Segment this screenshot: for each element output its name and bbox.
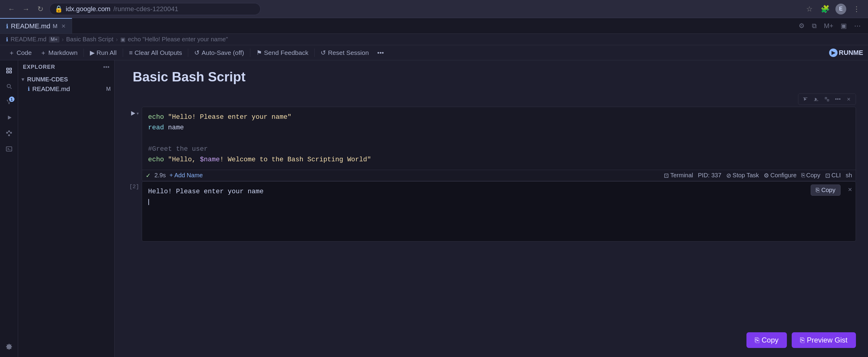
notebook-title: Basic Bash Script	[127, 69, 856, 85]
cell-more-icon[interactable]: •••	[833, 95, 843, 104]
auto-save-icon: ↺	[194, 49, 200, 56]
copy-button[interactable]: ⎘ Copy	[746, 332, 787, 348]
preview-btn-icon: ⎘	[800, 336, 804, 344]
sidebar-section: ▼ RUNME-CDES ℹ README.md M	[18, 73, 114, 95]
terminal-indicator: ⊡ Terminal	[664, 172, 693, 179]
output-area: [2] ⎘ Copy ✕ Hello! Please enter your na…	[127, 181, 856, 241]
split-icon[interactable]: ⧉	[809, 21, 819, 31]
sidebar-section-header[interactable]: ▼ RUNME-CDES	[18, 75, 114, 84]
sidebar-file-readme[interactable]: ℹ README.md M	[19, 84, 113, 94]
reset-session-button[interactable]: ↺ Reset Session	[317, 47, 372, 58]
tab-info-icon: ℹ	[6, 23, 8, 30]
auto-save-button[interactable]: ↺ Auto-Save (off)	[191, 47, 248, 58]
address-bar[interactable]: 🔒 idx.google.com /runme-cdes-1220041	[50, 3, 260, 15]
breadcrumb-file[interactable]: README.md	[10, 36, 46, 43]
code-button[interactable]: ＋ Code	[5, 47, 35, 59]
sh-label: sh	[846, 172, 852, 179]
code-line-4: #Greet the user	[148, 144, 849, 154]
code-block: echo "Hello! Please enter your name" rea…	[142, 107, 856, 181]
stop-task-button[interactable]: ⊘ Stop Task	[726, 172, 759, 179]
url-domain: idx.google.com	[66, 5, 111, 13]
cell-toolbar-right: ⊡ Terminal PID: 337 ⊘ Stop Task	[664, 172, 852, 179]
svg-rect-5	[6, 132, 8, 134]
markdown-label: Markdown	[48, 49, 78, 56]
reset-icon: ↺	[320, 49, 326, 56]
configure-button[interactable]: ⚙ Configure	[764, 172, 797, 179]
layout-icon[interactable]: ▣	[838, 21, 849, 31]
output-copy-button[interactable]: ⎘ Copy	[811, 185, 841, 196]
cell-copy-label: Copy	[806, 172, 820, 179]
clear-icon: ≡	[129, 49, 133, 56]
plus-code-icon: ＋	[8, 48, 15, 57]
add-name-button[interactable]: + Add Name	[169, 172, 203, 179]
tab-list: ℹ README.md M ✕	[0, 18, 72, 33]
output-line-number: [2]	[129, 184, 139, 190]
chrome-menu-button[interactable]: ⋮	[851, 4, 862, 14]
send-feedback-button[interactable]: ⚑ Send Feedback	[253, 47, 312, 58]
tab-bar-actions: ⚙ ⧉ M+ ▣ ⋯	[796, 21, 868, 31]
toolbar-more-button[interactable]: •••	[374, 47, 388, 58]
cell-gutter: ▾ echo "Hello! Please enter your name" r…	[127, 107, 856, 181]
activity-extensions[interactable]	[2, 127, 16, 140]
terminal-icon-small: ⊡	[664, 172, 669, 179]
output-gutter: [2]	[127, 181, 142, 241]
preview-gist-button[interactable]: ⎘ Preview Gist	[792, 332, 856, 348]
sidebar-more-button[interactable]: •••	[103, 64, 110, 70]
toolbar-sep-3	[188, 48, 188, 57]
sh-indicator: sh	[846, 172, 852, 179]
activity-terminal[interactable]	[2, 142, 16, 156]
plus-md-icon: ＋	[40, 48, 46, 57]
file-info-icon: ℹ	[28, 86, 30, 92]
svg-point-2	[8, 103, 10, 104]
cell-delete-icon[interactable]	[843, 95, 854, 104]
add-name-label: + Add Name	[169, 172, 203, 179]
breadcrumb-section[interactable]: Basic Bash Script	[66, 36, 114, 43]
run-all-button[interactable]: ▶ Run All	[86, 47, 120, 58]
extensions-icon[interactable]: 🧩	[820, 4, 831, 14]
sidebar-modified-badge: M	[106, 86, 111, 92]
activity-explorer[interactable]	[2, 64, 16, 77]
cli-label: CLI	[832, 172, 841, 179]
activity-settings[interactable]	[2, 340, 16, 353]
source-control-badge: 1	[9, 96, 14, 102]
activity-source-control[interactable]: 1	[2, 95, 16, 108]
tab-close-button[interactable]: ✕	[61, 23, 66, 30]
user-avatar[interactable]: E	[835, 4, 846, 14]
toolbar-sep-5	[314, 48, 315, 57]
sidebar-title: EXPLORER	[23, 64, 55, 70]
configure-icon: ⚙	[764, 172, 769, 179]
svg-rect-14	[827, 99, 829, 101]
toolbar-right: ▶ RUNME	[829, 48, 863, 57]
activity-bar: 1	[0, 60, 18, 357]
clear-outputs-button[interactable]: ≡ Clear All Outputs	[125, 47, 186, 58]
activity-search[interactable]	[2, 79, 16, 93]
expand-icon[interactable]	[822, 95, 832, 104]
toolbar-sep-2	[123, 48, 123, 57]
more-icon[interactable]: ⋯	[852, 21, 863, 31]
ide-container: ℹ README.md M ✕ ⚙ ⧉ M+ ▣ ⋯ ℹ README.md M…	[0, 18, 868, 357]
editor-area: Basic Bash Script	[115, 60, 868, 357]
svg-rect-8	[8, 134, 10, 136]
output-close-button[interactable]: ✕	[848, 185, 852, 195]
forward-button[interactable]: →	[21, 4, 31, 14]
run-all-label: Run All	[96, 49, 117, 56]
code-label: Code	[17, 49, 32, 56]
tab-readme[interactable]: ℹ README.md M ✕	[0, 18, 72, 33]
stop-icon: ⊘	[726, 172, 732, 179]
bottom-buttons: ⎘ Copy ⎘ Preview Gist	[746, 332, 856, 348]
auto-save-label: Auto-Save (off)	[202, 49, 244, 56]
run-above-icon[interactable]	[800, 95, 810, 104]
run-cell-button[interactable]: ▾	[130, 110, 139, 117]
back-button[interactable]: ←	[6, 4, 17, 14]
code-line-1: echo "Hello! Please enter your name"	[148, 112, 849, 122]
breadcrumb-function[interactable]: echo "Hello! Please enter your name"	[128, 36, 228, 43]
run-below-icon[interactable]	[811, 95, 821, 104]
activity-run[interactable]	[2, 111, 16, 124]
reset-label: Reset Session	[328, 49, 369, 56]
markdown-button[interactable]: ＋ Markdown	[36, 47, 81, 59]
cell-copy-button[interactable]: ⎘ Copy	[801, 172, 820, 179]
reload-button[interactable]: ↻	[35, 4, 46, 14]
star-button[interactable]: ☆	[804, 4, 815, 14]
terminal-label: Terminal	[670, 172, 693, 179]
settings-icon[interactable]: ⚙	[796, 21, 807, 31]
